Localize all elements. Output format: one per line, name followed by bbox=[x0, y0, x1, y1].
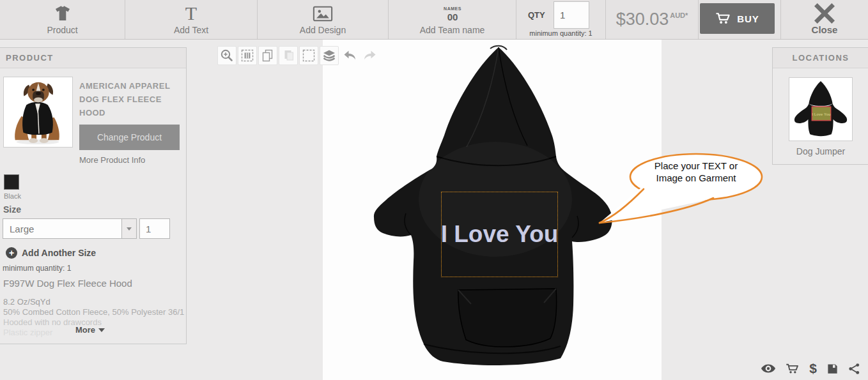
quantity-section: QTY minimum quantity: 1 bbox=[516, 0, 606, 39]
product-panel: PRODUCT bbox=[0, 47, 187, 344]
size-label: Size bbox=[3, 204, 21, 215]
color-swatch-black[interactable] bbox=[4, 174, 19, 190]
change-product-button[interactable]: Change Product bbox=[79, 125, 180, 150]
size-select-value: Large bbox=[10, 224, 34, 234]
text-icon: T bbox=[185, 3, 197, 24]
layers-icon[interactable] bbox=[320, 46, 339, 65]
color-swatch-label: Black bbox=[4, 192, 21, 200]
tab-add-design[interactable]: Add Design bbox=[258, 0, 389, 39]
svg-text:00: 00 bbox=[447, 11, 458, 22]
buy-button-label: BUY bbox=[737, 13, 759, 24]
tab-product[interactable]: Product bbox=[0, 0, 125, 39]
print-area-design[interactable]: I Love You bbox=[441, 192, 558, 277]
close-label: Close bbox=[812, 24, 838, 35]
zoom-in-icon[interactable] bbox=[217, 46, 236, 65]
close-x-icon bbox=[814, 3, 835, 24]
location-thumbnail-dog-jumper[interactable]: I Love You bbox=[789, 77, 853, 141]
product-panel-header: PRODUCT bbox=[0, 48, 186, 68]
chevron-down-icon bbox=[121, 219, 136, 238]
redo-icon-disabled[interactable] bbox=[360, 46, 380, 65]
svg-text:NAMES: NAMES bbox=[444, 6, 461, 11]
size-select[interactable]: Large bbox=[3, 218, 137, 239]
dog-photo-illustration bbox=[4, 77, 72, 147]
cart-icon[interactable] bbox=[786, 363, 800, 375]
location-label: Dog Jumper bbox=[773, 146, 868, 156]
more-specs-link[interactable]: More bbox=[75, 325, 105, 335]
add-another-size-button[interactable]: + Add Another Size bbox=[6, 247, 96, 259]
qty-input[interactable] bbox=[554, 1, 589, 29]
more-product-info-link[interactable]: More Product Info bbox=[79, 155, 145, 165]
plus-icon: + bbox=[6, 247, 17, 259]
locations-panel-header: LOCATIONS bbox=[773, 48, 868, 68]
canvas-toolbar bbox=[217, 46, 380, 65]
image-icon bbox=[313, 3, 333, 24]
location-thumbnail-illustration: I Love You bbox=[789, 78, 852, 141]
product-sku-name: F997W Dog Flex Fleece Hood bbox=[3, 278, 132, 289]
tab-add-design-label: Add Design bbox=[300, 25, 346, 35]
locations-panel: LOCATIONS I Love You Dog Jumper bbox=[772, 47, 868, 165]
tab-add-team-name-label: Add Team name bbox=[420, 25, 485, 35]
add-another-size-label: Add Another Size bbox=[22, 248, 96, 258]
qty-label: QTY bbox=[528, 10, 545, 20]
buy-section: BUY bbox=[699, 0, 781, 39]
spec-line: 8.2 Oz/SqYd bbox=[3, 297, 184, 307]
footer-actions: $ bbox=[761, 361, 860, 376]
undo-icon[interactable] bbox=[340, 46, 359, 65]
buy-button[interactable]: BUY bbox=[700, 3, 775, 34]
tab-add-team-name[interactable]: NAMES 00 Add Team name bbox=[389, 0, 516, 39]
preview-eye-icon[interactable] bbox=[761, 363, 776, 374]
svg-text:I Love You: I Love You bbox=[812, 112, 831, 116]
cart-icon bbox=[715, 12, 731, 25]
minimum-quantity-note: minimum quantity: 1 bbox=[3, 264, 71, 273]
select-all-icon[interactable] bbox=[238, 46, 257, 65]
team-names-icon: NAMES 00 bbox=[438, 3, 467, 24]
top-toolbar: Product T Add Text Add Design NAMES 00 bbox=[0, 0, 868, 40]
price-dollar-icon[interactable]: $ bbox=[809, 361, 817, 376]
share-icon[interactable] bbox=[848, 363, 860, 375]
design-text: I Love You bbox=[441, 221, 559, 248]
chevron-down-icon bbox=[98, 328, 105, 332]
close-button[interactable]: Close bbox=[781, 0, 868, 39]
qty-minimum-note: minimum quantity: 1 bbox=[516, 29, 605, 37]
tab-add-text[interactable]: T Add Text bbox=[125, 0, 258, 39]
price-section: $30.03 AUD* bbox=[606, 0, 699, 39]
size-quantity-input[interactable] bbox=[139, 218, 170, 239]
copy-icon[interactable] bbox=[258, 46, 277, 65]
marquee-selection-icon[interactable] bbox=[299, 46, 318, 65]
tab-add-text-label: Add Text bbox=[174, 25, 208, 35]
paste-icon-disabled[interactable] bbox=[279, 46, 298, 65]
price-currency: AUD* bbox=[670, 11, 688, 19]
tooltip-text: Place your TEXT or Image on Garment bbox=[641, 160, 751, 184]
price-amount: $30.03 bbox=[616, 10, 669, 29]
tab-product-label: Product bbox=[47, 25, 77, 35]
product-title: AMERICAN APPAREL DOG FLEX FLEECE HOOD bbox=[79, 79, 183, 119]
save-floppy-icon[interactable] bbox=[826, 363, 839, 375]
product-photo bbox=[3, 77, 73, 148]
tshirt-icon bbox=[53, 3, 72, 24]
spec-line: 50% Combed Cotton Fleece, 50% Polyester … bbox=[3, 307, 184, 317]
